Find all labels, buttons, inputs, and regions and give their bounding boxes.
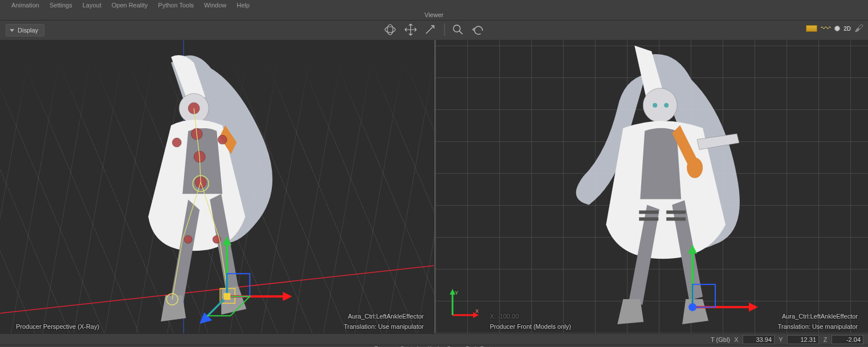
svg-point-7: [188, 103, 199, 114]
svg-point-35: [664, 103, 669, 108]
selected-object-right: Aura_Ctrl:LeftAnkleEffector: [782, 313, 858, 320]
viewer-title: Viewer: [0, 10, 868, 21]
menu-layout[interactable]: Layout: [83, 2, 101, 9]
svg-point-1: [387, 25, 393, 35]
transform-status-bar: T (Gbl) X Y Z: [0, 333, 868, 345]
ghost-coord-right: X: -100.00: [490, 313, 519, 320]
menu-window[interactable]: Window: [204, 2, 226, 9]
display-option-icons: 〰 2D 🖌: [806, 23, 863, 34]
main-menu-bar: Animation Settings Layout Open Reality P…: [0, 0, 868, 10]
undo-view-tool-icon[interactable]: [471, 22, 486, 37]
transform-mode-label[interactable]: T (Gbl): [711, 336, 730, 343]
coord-x-label: X: [732, 336, 740, 343]
svg-point-13: [184, 235, 192, 243]
menu-open-reality[interactable]: Open Reality: [112, 2, 148, 9]
viewport-splitter[interactable]: Producer Perspective (X-Ray) Aura_Ctrl:L…: [0, 40, 868, 333]
coord-y-input[interactable]: [787, 335, 819, 344]
svg-point-0: [385, 27, 395, 32]
curve-icon[interactable]: 〰: [821, 25, 831, 32]
svg-rect-37: [639, 210, 658, 214]
viewport-left[interactable]: Producer Perspective (X-Ray) Aura_Ctrl:L…: [0, 40, 434, 333]
zoom-tool-icon[interactable]: [450, 22, 465, 37]
camera-label-right: Producer Front (Models only): [490, 323, 571, 330]
svg-rect-39: [666, 210, 686, 214]
svg-point-12: [218, 135, 227, 144]
chevron-down-icon: [10, 29, 14, 32]
character-left[interactable]: [0, 40, 434, 333]
coord-z-input[interactable]: [832, 335, 863, 344]
character-right[interactable]: [435, 40, 868, 333]
svg-point-33: [643, 88, 677, 123]
coord-z-label: Z: [821, 336, 829, 343]
sphere-shading-icon[interactable]: [834, 26, 840, 31]
coord-x-input[interactable]: [743, 335, 775, 344]
svg-rect-40: [666, 217, 686, 221]
svg-line-3: [459, 31, 462, 34]
manipulation-tools: [382, 22, 486, 37]
selected-object-left: Aura_Ctrl:LeftAnkleEffector: [348, 313, 423, 320]
orbit-tool-icon[interactable]: [382, 22, 397, 37]
manip-hint-right: Translation: Use manipulator: [778, 323, 858, 330]
display-mode-label: Display: [18, 27, 38, 34]
svg-point-34: [653, 103, 657, 108]
transport-controls-bar[interactable]: Transport Controls – Keying Group: Body …: [0, 345, 868, 347]
display-mode-dropdown[interactable]: Display: [6, 24, 44, 36]
svg-marker-44: [748, 303, 757, 312]
coord-y-label: Y: [777, 336, 785, 343]
svg-text:X: X: [475, 308, 479, 314]
axis-widget-icon: X Y: [448, 288, 480, 320]
brush-icon[interactable]: 🖌: [854, 23, 863, 34]
menu-settings[interactable]: Settings: [50, 2, 72, 9]
svg-rect-32: [223, 293, 230, 300]
svg-rect-38: [639, 217, 658, 221]
dolly-tool-icon[interactable]: [423, 22, 438, 37]
view-2d-toggle[interactable]: 2D: [843, 26, 851, 32]
translate-manipulator[interactable]: [199, 236, 292, 324]
menu-python-tools[interactable]: Python Tools: [158, 2, 194, 9]
menu-animation[interactable]: Animation: [11, 2, 39, 9]
camera-label-left: Producer Perspective (X-Ray): [16, 323, 99, 330]
manip-hint-left: Translation: Use manipulator: [344, 323, 423, 330]
pan-tool-icon[interactable]: [403, 22, 418, 37]
svg-point-36: [687, 158, 703, 178]
menu-help[interactable]: Help: [237, 2, 250, 9]
toolbar-separator: [444, 23, 445, 36]
viewer-toolbar: Display 〰 2D 🖌: [0, 21, 868, 40]
svg-marker-28: [283, 292, 292, 301]
svg-point-11: [172, 138, 181, 147]
ruler-icon[interactable]: [806, 25, 817, 32]
viewport-right[interactable]: X Y X: -100.00 Producer Front (Models on…: [434, 40, 869, 333]
svg-text:Y: Y: [455, 290, 458, 296]
